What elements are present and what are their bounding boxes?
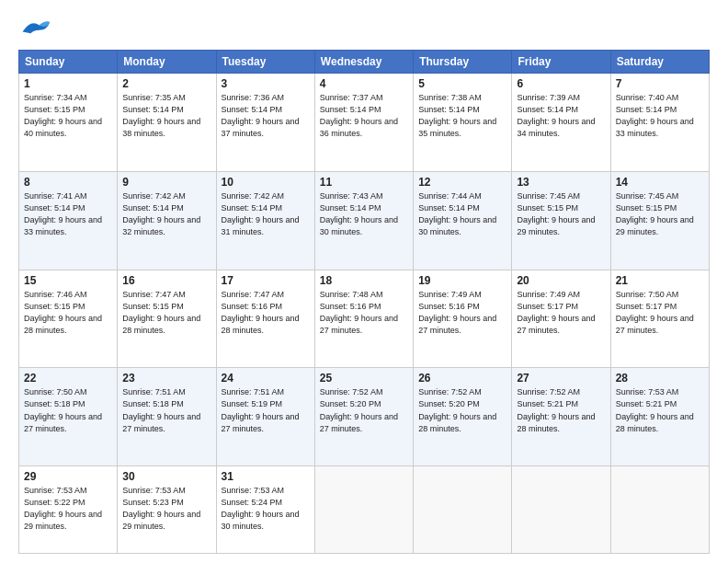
day-info: Sunrise: 7:38 AM Sunset: 5:14 PM Dayligh… — [418, 92, 506, 140]
day-header-saturday: Saturday — [610, 51, 709, 74]
day-number: 21 — [616, 274, 704, 287]
day-number: 30 — [122, 470, 210, 483]
calendar-cell: 13 Sunrise: 7:45 AM Sunset: 5:15 PM Dayl… — [512, 171, 610, 270]
calendar-cell: 14 Sunrise: 7:45 AM Sunset: 5:15 PM Dayl… — [610, 171, 709, 270]
day-number: 26 — [418, 372, 506, 385]
day-header-tuesday: Tuesday — [216, 51, 314, 74]
day-number: 25 — [320, 372, 408, 385]
calendar-cell: 19 Sunrise: 7:49 AM Sunset: 5:16 PM Dayl… — [414, 270, 512, 368]
day-number: 15 — [24, 274, 112, 287]
day-info: Sunrise: 7:39 AM Sunset: 5:14 PM Dayligh… — [517, 92, 605, 140]
calendar-cell: 12 Sunrise: 7:44 AM Sunset: 5:14 PM Dayl… — [414, 171, 512, 270]
calendar-cell: 7 Sunrise: 7:40 AM Sunset: 5:14 PM Dayli… — [610, 74, 709, 172]
calendar-header-row: SundayMondayTuesdayWednesdayThursdayFrid… — [19, 51, 710, 74]
day-header-friday: Friday — [512, 51, 610, 74]
day-number: 31 — [222, 470, 310, 483]
calendar-cell: 25 Sunrise: 7:52 AM Sunset: 5:20 PM Dayl… — [314, 368, 413, 466]
day-number: 8 — [24, 176, 112, 189]
header — [18, 15, 710, 40]
day-number: 14 — [616, 176, 704, 189]
calendar-cell: 10 Sunrise: 7:42 AM Sunset: 5:14 PM Dayl… — [216, 171, 314, 270]
day-number: 20 — [517, 274, 605, 287]
calendar-cell: 29 Sunrise: 7:53 AM Sunset: 5:22 PM Dayl… — [19, 466, 118, 554]
day-info: Sunrise: 7:47 AM Sunset: 5:15 PM Dayligh… — [122, 289, 210, 337]
day-info: Sunrise: 7:35 AM Sunset: 5:14 PM Dayligh… — [122, 92, 210, 140]
calendar-cell: 22 Sunrise: 7:50 AM Sunset: 5:18 PM Dayl… — [19, 368, 118, 466]
day-number: 3 — [222, 77, 310, 90]
day-header-thursday: Thursday — [414, 51, 512, 74]
day-info: Sunrise: 7:52 AM Sunset: 5:20 PM Dayligh… — [418, 386, 506, 434]
day-info: Sunrise: 7:42 AM Sunset: 5:14 PM Dayligh… — [222, 190, 310, 238]
calendar-cell: 5 Sunrise: 7:38 AM Sunset: 5:14 PM Dayli… — [414, 74, 512, 172]
calendar-cell: 28 Sunrise: 7:53 AM Sunset: 5:21 PM Dayl… — [610, 368, 709, 466]
day-info: Sunrise: 7:48 AM Sunset: 5:16 PM Dayligh… — [320, 289, 408, 337]
calendar-cell: 20 Sunrise: 7:49 AM Sunset: 5:17 PM Dayl… — [512, 270, 610, 368]
day-number: 9 — [122, 176, 210, 189]
day-header-sunday: Sunday — [19, 51, 118, 74]
logo-bird-icon — [18, 15, 51, 40]
day-info: Sunrise: 7:37 AM Sunset: 5:14 PM Dayligh… — [320, 92, 408, 140]
day-info: Sunrise: 7:53 AM Sunset: 5:23 PM Dayligh… — [122, 485, 210, 533]
calendar-cell: 17 Sunrise: 7:47 AM Sunset: 5:16 PM Dayl… — [216, 270, 314, 368]
day-number: 16 — [122, 274, 210, 287]
day-info: Sunrise: 7:46 AM Sunset: 5:15 PM Dayligh… — [24, 289, 112, 337]
day-number: 23 — [122, 372, 210, 385]
calendar-cell: 30 Sunrise: 7:53 AM Sunset: 5:23 PM Dayl… — [118, 466, 216, 554]
calendar-cell: 15 Sunrise: 7:46 AM Sunset: 5:15 PM Dayl… — [19, 270, 118, 368]
day-number: 5 — [418, 77, 506, 90]
day-info: Sunrise: 7:42 AM Sunset: 5:14 PM Dayligh… — [122, 190, 210, 238]
calendar-cell: 27 Sunrise: 7:52 AM Sunset: 5:21 PM Dayl… — [512, 368, 610, 466]
calendar-cell: 6 Sunrise: 7:39 AM Sunset: 5:14 PM Dayli… — [512, 74, 610, 172]
day-number: 24 — [222, 372, 310, 385]
day-info: Sunrise: 7:51 AM Sunset: 5:19 PM Dayligh… — [222, 386, 310, 434]
calendar-cell: 3 Sunrise: 7:36 AM Sunset: 5:14 PM Dayli… — [216, 74, 314, 172]
day-info: Sunrise: 7:45 AM Sunset: 5:15 PM Dayligh… — [616, 190, 704, 238]
day-info: Sunrise: 7:47 AM Sunset: 5:16 PM Dayligh… — [222, 289, 310, 337]
day-number: 10 — [222, 176, 310, 189]
calendar-cell: 1 Sunrise: 7:34 AM Sunset: 5:15 PM Dayli… — [19, 74, 118, 172]
day-number: 11 — [320, 176, 408, 189]
day-info: Sunrise: 7:51 AM Sunset: 5:18 PM Dayligh… — [122, 386, 210, 434]
day-header-wednesday: Wednesday — [314, 51, 413, 74]
day-info: Sunrise: 7:40 AM Sunset: 5:14 PM Dayligh… — [616, 92, 704, 140]
day-number: 28 — [616, 372, 704, 385]
day-info: Sunrise: 7:50 AM Sunset: 5:17 PM Dayligh… — [616, 289, 704, 337]
day-info: Sunrise: 7:49 AM Sunset: 5:16 PM Dayligh… — [418, 289, 506, 337]
calendar-cell: 9 Sunrise: 7:42 AM Sunset: 5:14 PM Dayli… — [118, 171, 216, 270]
day-number: 27 — [517, 372, 605, 385]
day-number: 19 — [418, 274, 506, 287]
calendar-cell: 31 Sunrise: 7:53 AM Sunset: 5:24 PM Dayl… — [216, 466, 314, 554]
logo — [18, 15, 55, 40]
calendar-cell: 21 Sunrise: 7:50 AM Sunset: 5:17 PM Dayl… — [610, 270, 709, 368]
day-info: Sunrise: 7:49 AM Sunset: 5:17 PM Dayligh… — [517, 289, 605, 337]
calendar-cell — [610, 466, 709, 554]
day-number: 7 — [616, 77, 704, 90]
calendar-cell: 2 Sunrise: 7:35 AM Sunset: 5:14 PM Dayli… — [118, 74, 216, 172]
day-info: Sunrise: 7:44 AM Sunset: 5:14 PM Dayligh… — [418, 190, 506, 238]
day-info: Sunrise: 7:34 AM Sunset: 5:15 PM Dayligh… — [24, 92, 112, 140]
page: SundayMondayTuesdayWednesdayThursdayFrid… — [0, 0, 728, 563]
day-number: 17 — [222, 274, 310, 287]
calendar-cell: 8 Sunrise: 7:41 AM Sunset: 5:14 PM Dayli… — [19, 171, 118, 270]
day-number: 22 — [24, 372, 112, 385]
day-info: Sunrise: 7:52 AM Sunset: 5:20 PM Dayligh… — [320, 386, 408, 434]
day-info: Sunrise: 7:52 AM Sunset: 5:21 PM Dayligh… — [517, 386, 605, 434]
day-info: Sunrise: 7:45 AM Sunset: 5:15 PM Dayligh… — [517, 190, 605, 238]
calendar-cell: 11 Sunrise: 7:43 AM Sunset: 5:14 PM Dayl… — [314, 171, 413, 270]
day-info: Sunrise: 7:53 AM Sunset: 5:21 PM Dayligh… — [616, 386, 704, 434]
calendar-cell — [512, 466, 610, 554]
day-number: 13 — [517, 176, 605, 189]
day-header-monday: Monday — [118, 51, 216, 74]
calendar-cell: 4 Sunrise: 7:37 AM Sunset: 5:14 PM Dayli… — [314, 74, 413, 172]
calendar-cell: 24 Sunrise: 7:51 AM Sunset: 5:19 PM Dayl… — [216, 368, 314, 466]
day-info: Sunrise: 7:50 AM Sunset: 5:18 PM Dayligh… — [24, 386, 112, 434]
day-number: 4 — [320, 77, 408, 90]
day-number: 2 — [122, 77, 210, 90]
calendar-cell: 18 Sunrise: 7:48 AM Sunset: 5:16 PM Dayl… — [314, 270, 413, 368]
day-number: 6 — [517, 77, 605, 90]
day-info: Sunrise: 7:53 AM Sunset: 5:24 PM Dayligh… — [222, 485, 310, 533]
calendar-cell: 16 Sunrise: 7:47 AM Sunset: 5:15 PM Dayl… — [118, 270, 216, 368]
calendar-cell: 23 Sunrise: 7:51 AM Sunset: 5:18 PM Dayl… — [118, 368, 216, 466]
day-info: Sunrise: 7:43 AM Sunset: 5:14 PM Dayligh… — [320, 190, 408, 238]
day-info: Sunrise: 7:41 AM Sunset: 5:14 PM Dayligh… — [24, 190, 112, 238]
